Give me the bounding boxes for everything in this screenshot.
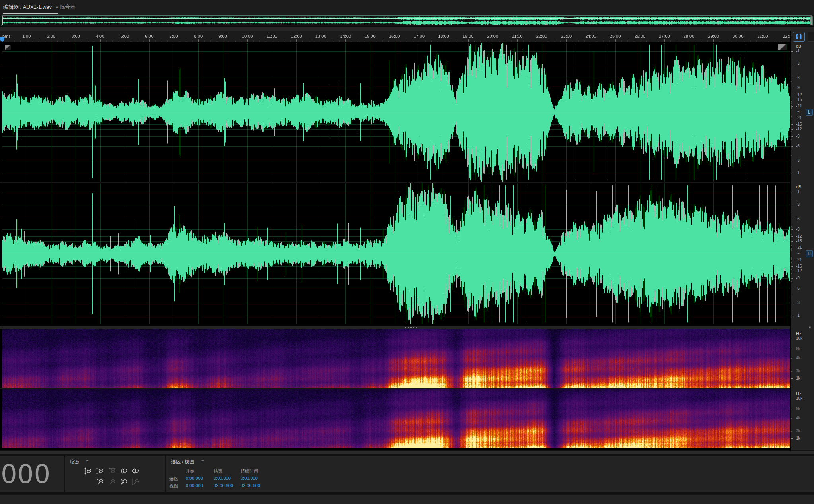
zoom-out-time-button[interactable] bbox=[107, 477, 117, 487]
scale-tick bbox=[791, 205, 792, 205]
ruler-minute-label: 22:00 bbox=[536, 34, 547, 39]
ruler-major-tick bbox=[566, 39, 567, 42]
overview-left-handle[interactable] bbox=[2, 16, 3, 25]
zoom-to-selection-button[interactable] bbox=[130, 466, 141, 476]
ruler-minor-tick bbox=[530, 41, 530, 42]
gutter-corner-box bbox=[808, 32, 814, 42]
scale-tick bbox=[791, 258, 792, 259]
channel-left-badge[interactable]: L bbox=[806, 109, 813, 116]
timeline-ruler[interactable]: hms 1:002:003:004:005:006:007:008:009:00… bbox=[0, 31, 790, 42]
spectrogram-display[interactable] bbox=[0, 329, 790, 450]
scale-tick bbox=[791, 262, 792, 262]
ruler-major-tick bbox=[149, 39, 150, 42]
playhead-time-display[interactable]: 000 bbox=[1, 461, 51, 487]
ruler-major-tick bbox=[542, 39, 542, 42]
scale-label: -12 bbox=[796, 234, 802, 238]
splitter-grip-icon[interactable] bbox=[405, 327, 417, 328]
overview-strip[interactable] bbox=[1, 15, 813, 26]
scale-label: -1 bbox=[796, 313, 800, 318]
ruler-major-tick bbox=[664, 39, 665, 42]
waveform-channel-right-canvas[interactable] bbox=[2, 183, 790, 324]
corner-grabber-icon[interactable] bbox=[778, 44, 787, 50]
panel-menu-icon[interactable]: ≡ bbox=[56, 5, 58, 10]
scale-tick bbox=[791, 199, 792, 199]
scale-tick bbox=[791, 129, 792, 130]
overview-right-handle[interactable] bbox=[810, 16, 812, 25]
zoom-panel-menu-icon[interactable]: ≡ bbox=[86, 459, 88, 463]
spectrogram-channel-right-canvas[interactable] bbox=[2, 389, 790, 448]
scale-tick bbox=[791, 261, 792, 261]
ruler-minute-label: 24:00 bbox=[585, 34, 596, 39]
waveform-editor[interactable] bbox=[0, 42, 790, 326]
scale-tick bbox=[791, 118, 792, 118]
scale-tick bbox=[791, 103, 792, 104]
selection-end-value[interactable]: 0:00.000 bbox=[214, 476, 231, 481]
zoom-out-selection-button[interactable] bbox=[107, 466, 117, 476]
scale-label: 6k bbox=[796, 347, 800, 351]
snap-toggle-button[interactable] bbox=[793, 32, 805, 42]
tab-editor[interactable]: 编辑器 : AUX1-1.wav ≡ bbox=[3, 2, 58, 12]
zoom-in-amplitude-button[interactable] bbox=[83, 466, 93, 476]
zoom-in-time-button[interactable] bbox=[95, 477, 105, 487]
scale-tick bbox=[791, 109, 792, 109]
zoom-out-amplitude-button[interactable] bbox=[95, 466, 105, 476]
ruler-major-tick bbox=[615, 39, 616, 42]
ruler-major-tick bbox=[51, 39, 51, 42]
ruler-minor-tick bbox=[597, 41, 597, 42]
scale-tick bbox=[791, 266, 792, 267]
selection-start-header: 开始 bbox=[186, 468, 195, 474]
overview-waveform-canvas[interactable] bbox=[2, 16, 811, 25]
scale-scroll-arrow-icon[interactable]: ▼ bbox=[808, 326, 812, 330]
ruler-minor-tick bbox=[155, 41, 156, 42]
view-end-value[interactable]: 32:06.600 bbox=[214, 483, 233, 488]
zoom-in-left-edge-button[interactable] bbox=[119, 466, 129, 476]
ruler-minor-tick bbox=[456, 41, 456, 42]
scale-tick bbox=[791, 167, 792, 167]
wave-spectrogram-splitter[interactable] bbox=[0, 326, 814, 329]
selection-start-value[interactable]: 0:00.000 bbox=[186, 476, 203, 481]
view-duration-value[interactable]: 32:06.600 bbox=[241, 483, 260, 488]
ruler-major-tick bbox=[640, 39, 640, 42]
ruler-minor-tick bbox=[536, 41, 536, 42]
selection-duration-value[interactable]: 0:00.000 bbox=[241, 476, 258, 481]
spectrogram-channel-left-canvas[interactable] bbox=[2, 329, 790, 388]
ruler-minor-tick bbox=[235, 41, 236, 42]
ruler-minute-label: 7:00 bbox=[169, 34, 178, 39]
ruler-minor-tick bbox=[302, 41, 303, 42]
playhead-line bbox=[2, 42, 2, 326]
ruler-minor-tick bbox=[775, 41, 775, 42]
channel-divider bbox=[0, 182, 790, 183]
view-start-value[interactable]: 0:00.000 bbox=[186, 483, 203, 488]
corner-grabber-icon[interactable] bbox=[5, 45, 11, 50]
ruler-minor-tick bbox=[186, 41, 186, 42]
zoom-in-right-edge-button[interactable] bbox=[119, 477, 129, 487]
scale-tick bbox=[791, 303, 792, 303]
scale-tick bbox=[791, 128, 792, 128]
scale-tick bbox=[791, 99, 792, 99]
ruler-minor-tick bbox=[45, 41, 45, 42]
horizontal-scrollbar[interactable] bbox=[0, 450, 814, 454]
audition-window: 编辑器 : AUX1-1.wav ≡ 混音器 hms 1:002:003:004… bbox=[0, 0, 814, 504]
scale-label: -12 bbox=[796, 127, 802, 131]
ruler-minor-tick bbox=[732, 41, 732, 42]
zoom-reset-button[interactable] bbox=[130, 477, 141, 487]
ruler-minor-tick bbox=[431, 41, 432, 42]
scale-label: -6 bbox=[796, 144, 800, 148]
tab-mixer[interactable]: 混音器 bbox=[60, 2, 75, 12]
scale-tick bbox=[791, 126, 792, 126]
ruler-major-tick bbox=[76, 39, 76, 42]
waveform-channel-left-canvas[interactable] bbox=[2, 43, 790, 182]
ruler-minor-tick bbox=[425, 41, 426, 42]
scale-tick bbox=[791, 257, 792, 258]
ruler-major-tick bbox=[468, 39, 469, 42]
scale-tick bbox=[791, 229, 792, 230]
scale-tick bbox=[791, 192, 793, 192]
scale-tick bbox=[791, 250, 792, 251]
ruler-minor-tick bbox=[554, 41, 554, 42]
channel-right-badge[interactable]: R bbox=[806, 250, 813, 257]
ruler-major-tick bbox=[345, 39, 346, 42]
ruler-minor-tick bbox=[137, 41, 137, 42]
ruler-major-tick bbox=[689, 39, 689, 42]
ruler-minor-tick bbox=[382, 41, 383, 42]
selection-view-panel-menu-icon[interactable]: ≡ bbox=[201, 459, 204, 463]
